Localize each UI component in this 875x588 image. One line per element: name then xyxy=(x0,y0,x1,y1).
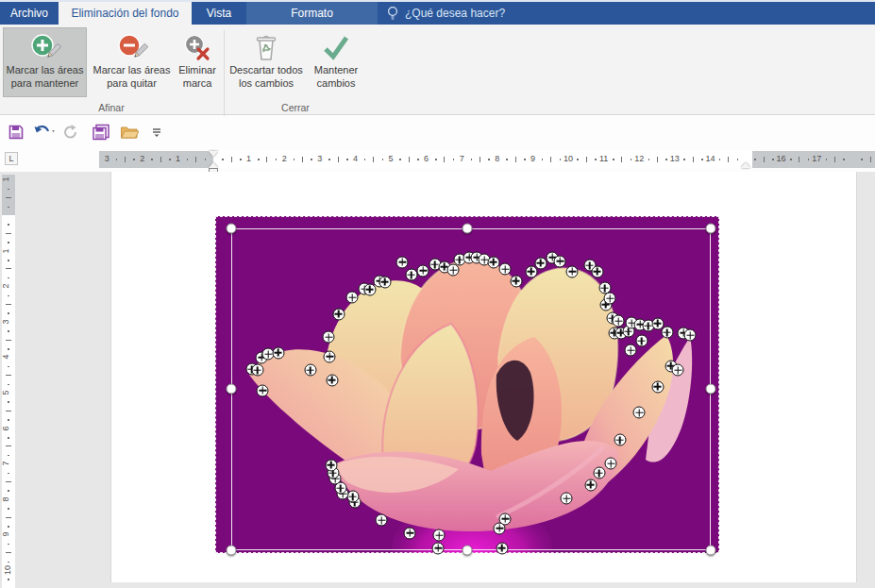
ruler-tick xyxy=(8,419,9,421)
keep-area-marker[interactable] xyxy=(635,335,648,347)
customize-quick-access-icon[interactable] xyxy=(151,122,162,143)
delete-mark-button[interactable]: Eliminar marca xyxy=(175,27,220,97)
ruler-tick xyxy=(657,157,658,162)
ruler-tick xyxy=(799,157,799,162)
ruler-tick xyxy=(8,207,9,209)
keep-area-marker[interactable] xyxy=(499,263,512,276)
keep-area-marker[interactable] xyxy=(614,434,626,446)
ruler-tick xyxy=(417,159,419,160)
keep-area-marker[interactable] xyxy=(405,269,417,281)
ruler-tick xyxy=(8,277,9,279)
keep-area-marker[interactable] xyxy=(625,344,637,357)
keep-area-marker[interactable] xyxy=(661,327,673,339)
tab-vista[interactable]: Vista xyxy=(192,2,246,25)
mark-areas-to-remove-button[interactable]: Marcar las áreas para quitar xyxy=(90,27,174,97)
keep-area-marker[interactable] xyxy=(432,542,445,554)
lightbulb-icon xyxy=(387,6,398,21)
keep-area-marker[interactable] xyxy=(496,542,508,554)
ruler-tick xyxy=(6,552,11,553)
ruler-tick xyxy=(8,242,9,244)
save-all-icon[interactable] xyxy=(92,122,110,143)
tell-me-box[interactable]: ¿Qué desea hacer? xyxy=(378,2,505,25)
keep-area-marker[interactable] xyxy=(332,308,345,320)
ruler-number: 7 xyxy=(1,462,10,466)
keep-area-marker[interactable] xyxy=(613,315,625,328)
ruler-tick xyxy=(382,159,384,160)
keep-area-marker[interactable] xyxy=(605,458,617,470)
keep-area-marker[interactable] xyxy=(672,364,684,377)
quick-access-toolbar xyxy=(0,116,875,148)
keep-area-marker[interactable] xyxy=(591,265,603,277)
keep-area-marker[interactable] xyxy=(651,380,664,393)
keep-area-marker[interactable] xyxy=(396,256,409,268)
ruler-tick xyxy=(8,544,9,546)
selection-handle[interactable] xyxy=(227,546,237,556)
selection-handle[interactable] xyxy=(227,223,237,233)
ruler-tick xyxy=(515,157,516,162)
keep-area-marker[interactable] xyxy=(584,479,597,491)
keep-area-marker[interactable] xyxy=(404,527,416,539)
ruler-tick xyxy=(8,562,9,563)
keep-area-marker[interactable] xyxy=(304,364,316,377)
keep-changes-button[interactable]: Mantener cambios xyxy=(309,27,363,97)
ruler-number: 2 xyxy=(1,284,10,289)
discard-all-changes-button[interactable]: Descartar todos los cambios xyxy=(227,27,306,97)
ribbon-tab-bar: Archivo Eliminación del fondo Vista Form… xyxy=(0,0,875,25)
save-icon[interactable] xyxy=(8,122,25,143)
keep-area-marker[interactable] xyxy=(494,522,506,534)
keep-area-marker[interactable] xyxy=(325,459,337,471)
tab-archivo[interactable]: Archivo xyxy=(0,2,59,25)
trash-recycle-icon xyxy=(252,32,280,64)
ruler-tick xyxy=(8,508,9,510)
keep-area-marker[interactable] xyxy=(326,374,338,386)
selection-handle[interactable] xyxy=(463,546,473,556)
flower-picture[interactable] xyxy=(215,216,719,553)
keep-area-marker[interactable] xyxy=(251,364,263,377)
keep-area-marker[interactable] xyxy=(684,329,697,342)
keep-area-marker[interactable] xyxy=(566,265,579,277)
ruler-tick xyxy=(338,157,339,162)
selection-handle[interactable] xyxy=(705,223,715,233)
keep-area-marker[interactable] xyxy=(447,264,460,277)
tab-eliminacion-del-fondo[interactable]: Eliminación del fondo xyxy=(59,2,192,25)
ruler-number: 5 xyxy=(388,154,393,163)
keep-area-marker[interactable] xyxy=(346,292,359,304)
ruler-tick xyxy=(471,159,473,160)
button-label: Marcar las áreas xyxy=(93,64,171,77)
ruler-number: 1 xyxy=(246,154,251,163)
keep-area-marker[interactable] xyxy=(510,275,522,287)
tab-formato[interactable]: Formato xyxy=(246,2,378,25)
keep-area-marker[interactable] xyxy=(554,255,566,267)
first-line-indent-marker[interactable] xyxy=(209,151,218,157)
tab-stop-selector[interactable]: L xyxy=(5,152,18,165)
undo-icon[interactable] xyxy=(33,122,58,143)
selection-handle[interactable] xyxy=(227,384,237,395)
redo-icon[interactable] xyxy=(62,122,79,143)
keep-area-marker[interactable] xyxy=(257,384,269,396)
keep-area-marker[interactable] xyxy=(633,407,646,419)
selection-handle[interactable] xyxy=(705,546,715,556)
keep-area-marker[interactable] xyxy=(487,256,499,268)
ruler-tick xyxy=(8,473,9,475)
keep-area-marker[interactable] xyxy=(593,467,605,479)
keep-area-marker[interactable] xyxy=(323,331,335,344)
ruler-tick xyxy=(834,157,835,162)
right-indent-marker[interactable] xyxy=(741,162,750,168)
keep-area-marker[interactable] xyxy=(534,257,547,269)
keep-area-marker[interactable] xyxy=(417,264,429,277)
keep-area-marker[interactable] xyxy=(433,529,446,542)
keep-area-marker[interactable] xyxy=(561,493,573,505)
ruler-tick xyxy=(240,159,242,160)
selection-handle[interactable] xyxy=(705,384,715,395)
keep-area-marker[interactable] xyxy=(379,276,391,288)
mark-areas-to-keep-button[interactable]: Marcar las áreas para mantener xyxy=(3,27,87,97)
ruler-tick xyxy=(133,159,135,160)
open-folder-icon[interactable] xyxy=(120,122,139,143)
keep-area-marker[interactable] xyxy=(272,346,284,359)
keep-area-marker[interactable] xyxy=(324,350,336,362)
keep-area-marker[interactable] xyxy=(376,514,388,527)
horizontal-ruler: 12312345678910111213141617 xyxy=(99,151,875,168)
keep-area-marker[interactable] xyxy=(604,293,616,305)
selection-handle[interactable] xyxy=(463,223,473,233)
ruler-tick xyxy=(205,159,207,160)
